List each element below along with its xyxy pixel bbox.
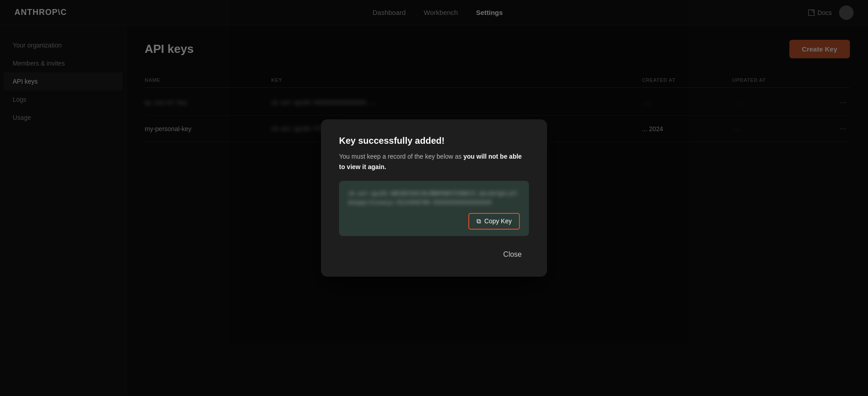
copy-key-button[interactable]: ⧉ Copy Key (468, 213, 520, 230)
modal-overlay: Key successfully added! You must keep a … (0, 0, 868, 396)
modal-desc-plain: You must keep a record of the key below … (339, 153, 463, 160)
key-box: sk-ant-api03-ABCDEFGHIJKLMNOPQRSTUVWXYZ-… (339, 181, 529, 236)
close-button[interactable]: Close (496, 247, 529, 262)
key-value: sk-ant-api03-ABCDEFGHIJKLMNOPQRSTUVWXYZ-… (348, 189, 520, 207)
modal-title: Key successfully added! (339, 136, 529, 146)
copy-key-label: Copy Key (484, 217, 512, 225)
copy-icon: ⧉ (476, 217, 481, 225)
modal-description: You must keep a record of the key below … (339, 151, 529, 172)
modal-footer: Close (339, 247, 529, 262)
modal: Key successfully added! You must keep a … (321, 119, 547, 277)
